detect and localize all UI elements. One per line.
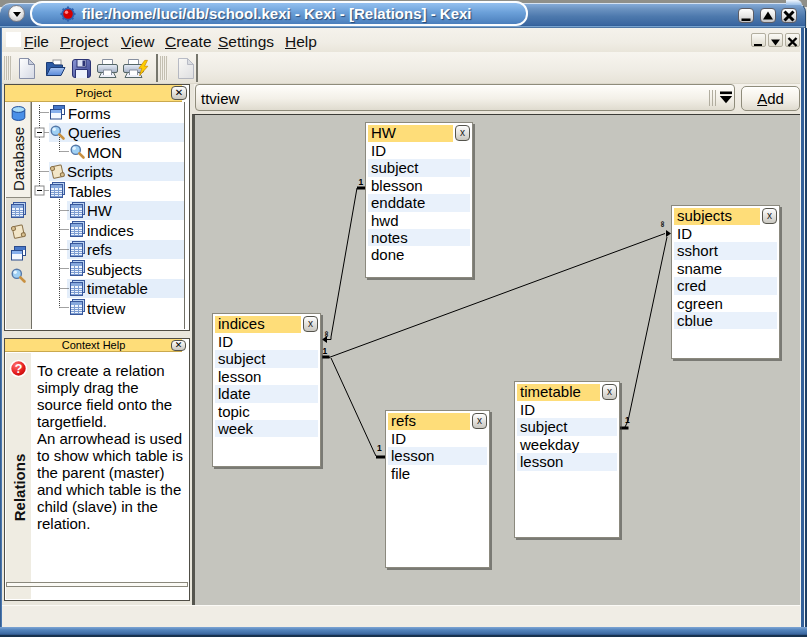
svg-text:1: 1 — [377, 443, 382, 453]
svg-text:1: 1 — [359, 177, 364, 187]
svg-text:1: 1 — [625, 415, 630, 425]
svg-text:∞: ∞ — [658, 221, 668, 227]
svg-text:1: 1 — [323, 346, 328, 356]
svg-text:∞: ∞ — [322, 331, 332, 337]
